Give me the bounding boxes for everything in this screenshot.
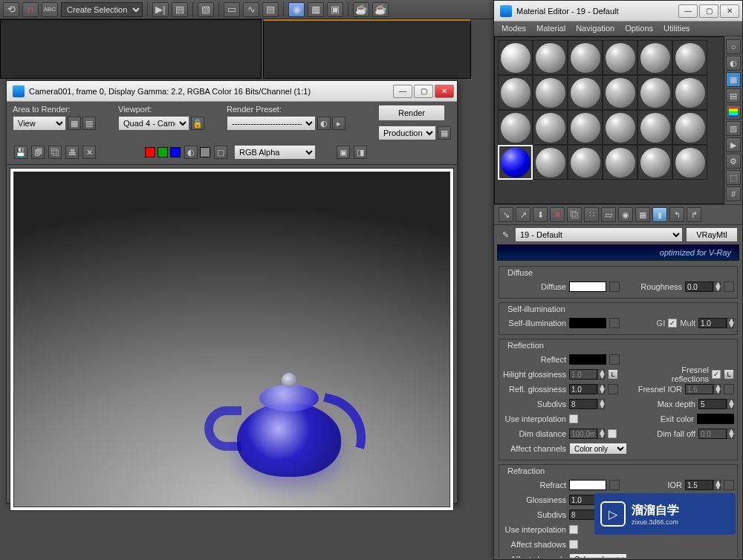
- swatch[interactable]: [672, 75, 707, 110]
- split-icon[interactable]: ◨: [354, 146, 367, 159]
- swatch[interactable]: [533, 40, 568, 75]
- area-btn2[interactable]: ▥: [82, 117, 96, 130]
- swatch[interactable]: [672, 110, 707, 145]
- diffuse-color[interactable]: [569, 281, 606, 292]
- eyedropper-icon[interactable]: ✎: [499, 228, 512, 241]
- get-material-icon[interactable]: ↘: [499, 207, 513, 222]
- make-copy-icon[interactable]: ⿻: [567, 207, 582, 222]
- fresnel-checkbox[interactable]: ✓: [712, 370, 721, 379]
- teapot-render-icon[interactable]: ☕: [353, 2, 369, 17]
- render-frame-icon[interactable]: ▣: [327, 2, 343, 17]
- mult-spinner[interactable]: ▲▼: [698, 318, 734, 328]
- mat-titlebar[interactable]: Material Editor - 19 - Default — ▢ ✕: [494, 1, 742, 22]
- swatch[interactable]: [533, 145, 568, 180]
- fresnelior-spinner[interactable]: ▲▼: [685, 384, 721, 394]
- render-setup-icon[interactable]: ▦: [308, 2, 324, 17]
- dimdist-checkbox[interactable]: [608, 429, 617, 438]
- menu-options[interactable]: Options: [625, 24, 653, 33]
- layers-icon[interactable]: ▧: [198, 2, 214, 17]
- refl-subdivs-spinner[interactable]: ▲▼: [569, 399, 605, 409]
- preview-icon[interactable]: ▶: [726, 137, 741, 152]
- selection-set-dropdown[interactable]: Create Selection Set: [61, 2, 143, 17]
- rgloss-spinner[interactable]: ▲▼: [569, 384, 605, 394]
- mat-id-icon[interactable]: #: [726, 186, 741, 201]
- close-button[interactable]: ✕: [720, 4, 739, 18]
- refr-interp-checkbox[interactable]: [569, 525, 578, 534]
- dimfall-spinner[interactable]: ▲▼: [698, 429, 734, 439]
- viewport-top-left[interactable]: [0, 19, 262, 79]
- swatch[interactable]: [568, 110, 603, 145]
- reflect-map-btn[interactable]: [609, 354, 620, 365]
- swatch[interactable]: [637, 40, 672, 75]
- channel-dropdown[interactable]: RGB Alpha: [234, 145, 316, 160]
- refl-exit-color[interactable]: [697, 414, 734, 424]
- assign-icon[interactable]: ⬇: [533, 207, 548, 222]
- area-btn1[interactable]: ▦: [68, 117, 81, 130]
- material-type-button[interactable]: VRayMtl: [686, 227, 738, 242]
- options-icon[interactable]: ⚙: [726, 154, 741, 169]
- render-output[interactable]: [10, 168, 454, 511]
- colorbar-icon[interactable]: [726, 105, 741, 120]
- swatch[interactable]: [637, 75, 672, 110]
- mat-effects-icon[interactable]: ◉: [618, 207, 633, 222]
- selfillum-color[interactable]: [569, 318, 606, 328]
- refract-color[interactable]: [569, 480, 606, 490]
- print-icon[interactable]: 🖶: [65, 146, 79, 159]
- swatch[interactable]: [498, 40, 533, 75]
- menu-utilities[interactable]: Utilities: [663, 24, 690, 33]
- fresnelior-map-btn[interactable]: [724, 384, 734, 394]
- dimdist-spinner[interactable]: ▲▼: [569, 429, 605, 439]
- abc-icon[interactable]: ABC: [42, 2, 58, 17]
- swatch[interactable]: [498, 110, 533, 145]
- affect-shadows-checkbox[interactable]: [569, 540, 578, 549]
- swatch[interactable]: [603, 110, 637, 145]
- preset-btn2[interactable]: ▸: [332, 117, 345, 130]
- swatch[interactable]: [672, 145, 707, 180]
- go-sibling-icon[interactable]: ↱: [687, 207, 701, 222]
- reset-icon[interactable]: ✕: [550, 207, 565, 222]
- mono-channel[interactable]: [200, 147, 210, 157]
- refract-map-btn[interactable]: [609, 480, 620, 490]
- clone-icon[interactable]: ⿻: [48, 146, 62, 159]
- selfillum-map-btn[interactable]: [609, 318, 620, 328]
- save-icon[interactable]: 💾: [14, 146, 27, 159]
- refl-interp-checkbox[interactable]: [569, 414, 578, 423]
- lock-icon[interactable]: 🔒: [191, 117, 204, 130]
- sample-type-icon[interactable]: ○: [726, 39, 741, 54]
- overlay-icon[interactable]: ▣: [337, 146, 350, 159]
- preset-btn1[interactable]: ◐: [317, 117, 331, 130]
- menu-modes[interactable]: Modes: [502, 24, 526, 33]
- viewport-dropdown[interactable]: Quad 4 - Camera0: [118, 116, 189, 131]
- menu-material[interactable]: Material: [536, 24, 565, 33]
- minimize-button[interactable]: —: [393, 85, 412, 98]
- delete-icon[interactable]: ✕: [82, 146, 96, 159]
- green-channel[interactable]: [158, 147, 168, 157]
- hgloss-spinner[interactable]: ▲▼: [569, 369, 605, 380]
- clear-icon[interactable]: ▢: [214, 146, 227, 159]
- roughness-map-btn[interactable]: [724, 281, 734, 292]
- link-icon[interactable]: ⟲: [3, 2, 19, 17]
- magnet-icon[interactable]: ∩: [22, 2, 39, 17]
- align-icon[interactable]: ▤: [172, 2, 188, 17]
- go-parent-icon[interactable]: ↰: [669, 207, 684, 222]
- swatch[interactable]: [568, 40, 603, 75]
- swatch[interactable]: [603, 145, 637, 180]
- select-by-mat-icon[interactable]: ⬚: [726, 170, 741, 185]
- swatch[interactable]: [568, 75, 603, 110]
- material-name-dropdown[interactable]: 19 - Default: [515, 227, 683, 242]
- background-icon[interactable]: ▦: [726, 72, 741, 87]
- blue-channel[interactable]: [170, 147, 181, 157]
- sample-uv-icon[interactable]: ▤: [726, 88, 741, 103]
- swatch[interactable]: [533, 75, 568, 110]
- mirror-icon[interactable]: ▶|: [152, 2, 169, 17]
- fresnel-lock[interactable]: L: [724, 369, 734, 380]
- material-editor-icon[interactable]: ◉: [288, 2, 305, 17]
- put-to-scene-icon[interactable]: ↗: [516, 207, 531, 222]
- make-unique-icon[interactable]: ∷: [584, 207, 599, 222]
- refl-affect-dropdown[interactable]: Color only: [569, 443, 627, 455]
- swatch[interactable]: [637, 110, 672, 145]
- render-titlebar[interactable]: Camera001, frame 0, Display Gamma: 2.2, …: [7, 81, 457, 102]
- refr-affect-dropdown[interactable]: Color only: [569, 553, 627, 558]
- hgloss-lock[interactable]: L: [608, 369, 618, 380]
- swatch[interactable]: [498, 75, 533, 110]
